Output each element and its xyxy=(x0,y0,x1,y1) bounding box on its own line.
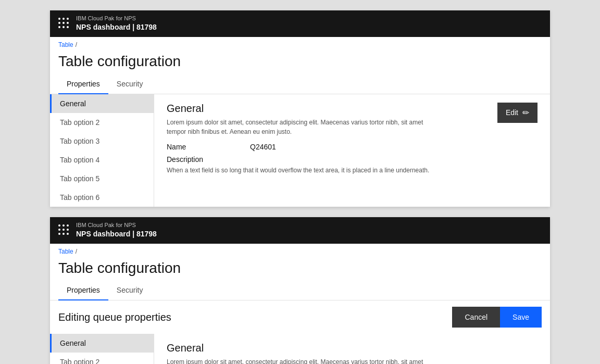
main-content-edit: General Lorem ipsum dolor sit amet, cons… xyxy=(154,334,550,364)
name-value: Q24601 xyxy=(250,143,276,151)
desc-value: When a text field is so long that it wou… xyxy=(167,166,429,175)
side-nav-item-2b[interactable]: Tab option 2 xyxy=(50,353,154,364)
app-name-2: IBM Cloud Pak for NPS xyxy=(76,221,157,229)
content-area-2: General Tab option 2 Tab option 3 Tab op… xyxy=(50,334,550,364)
app-name: IBM Cloud Pak for NPS xyxy=(76,15,157,22)
name-field-row: Name Q24601 xyxy=(167,143,429,151)
editing-title: Editing queue properties xyxy=(58,311,171,323)
edit-button[interactable]: Edit ✏ xyxy=(497,103,538,123)
tabs-bar: Properties Security xyxy=(50,74,550,94)
tab-properties-2[interactable]: Properties xyxy=(58,281,108,300)
section-title-2: General xyxy=(167,342,538,354)
tab-properties[interactable]: Properties xyxy=(58,74,108,94)
page-title: Table configuration xyxy=(58,53,542,70)
dashboard-title: NPS dashboard | 81798 xyxy=(76,22,157,33)
main-content-view: General Lorem ipsum dolor sit amet, cons… xyxy=(154,94,550,207)
side-nav-item-2[interactable]: Tab option 2 xyxy=(50,113,154,132)
app-menu-icon-2[interactable] xyxy=(58,224,70,236)
tabs-bar-2: Properties Security xyxy=(50,281,550,300)
page-header: Table configuration xyxy=(50,48,550,70)
card-edit-mode: IBM Cloud Pak for NPS NPS dashboard | 81… xyxy=(50,217,550,364)
section-title: General xyxy=(167,103,429,115)
topbar-text: IBM Cloud Pak for NPS NPS dashboard | 81… xyxy=(76,15,157,33)
desc-label: Description xyxy=(167,155,429,164)
breadcrumb-2: Table / xyxy=(50,244,550,255)
app-menu-icon[interactable] xyxy=(58,18,70,29)
tab-security-2[interactable]: Security xyxy=(108,281,152,300)
editing-header: Editing queue properties Cancel Save xyxy=(50,300,550,334)
topbar-2: IBM Cloud Pak for NPS NPS dashboard | 81… xyxy=(50,217,550,244)
action-buttons: Cancel Save xyxy=(452,307,542,328)
topbar-text-2: IBM Cloud Pak for NPS NPS dashboard | 81… xyxy=(76,221,157,240)
breadcrumb-separator: / xyxy=(76,41,77,48)
side-nav-item-5[interactable]: Tab option 5 xyxy=(50,169,154,188)
breadcrumb-separator-2: / xyxy=(76,248,77,255)
page-header-2: Table configuration xyxy=(50,255,550,277)
edit-icon: ✏ xyxy=(522,108,529,118)
topbar: IBM Cloud Pak for NPS NPS dashboard | 81… xyxy=(50,10,550,37)
side-nav-item-general[interactable]: General xyxy=(50,94,154,113)
side-nav-item-4[interactable]: Tab option 4 xyxy=(50,150,154,169)
side-nav-2: General Tab option 2 Tab option 3 Tab op… xyxy=(50,334,154,364)
card-view-mode: IBM Cloud Pak for NPS NPS dashboard | 81… xyxy=(50,10,550,207)
edit-button-label: Edit xyxy=(506,108,518,117)
desc-field-block: Description When a text field is so long… xyxy=(167,155,429,175)
name-label: Name xyxy=(167,143,250,151)
cancel-button[interactable]: Cancel xyxy=(452,307,500,328)
breadcrumb-link[interactable]: Table xyxy=(58,41,73,48)
save-button[interactable]: Save xyxy=(500,307,542,328)
breadcrumb-link-2[interactable]: Table xyxy=(58,248,73,255)
content-area: General Tab option 2 Tab option 3 Tab op… xyxy=(50,94,550,207)
section-desc-2: Lorem ipsum dolor sit amet, consectetur … xyxy=(167,357,427,364)
side-nav-item-general-2[interactable]: General xyxy=(50,334,154,353)
side-nav-item-3[interactable]: Tab option 3 xyxy=(50,132,154,150)
side-nav-item-6[interactable]: Tab option 6 xyxy=(50,188,154,207)
page-title-2: Table configuration xyxy=(58,259,542,277)
dashboard-title-2: NPS dashboard | 81798 xyxy=(76,229,157,240)
section-desc: Lorem ipsum dolor sit amet, consectetur … xyxy=(167,118,427,136)
tab-security[interactable]: Security xyxy=(108,74,152,94)
side-nav: General Tab option 2 Tab option 3 Tab op… xyxy=(50,94,154,207)
breadcrumb: Table / xyxy=(50,37,550,48)
